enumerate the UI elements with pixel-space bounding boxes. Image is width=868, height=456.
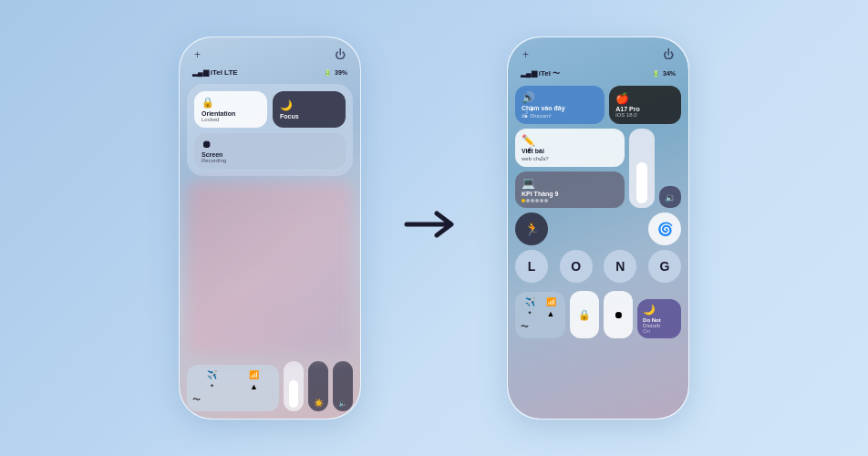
letter-L[interactable]: L [515, 250, 548, 283]
p2-wifi-bottom-icon[interactable]: 〜 [521, 321, 560, 333]
dot-2 [526, 199, 530, 202]
cc-row-1: 🔒 Orientation Locked 🌙 Focus [194, 91, 346, 128]
phone1-cc-panel: 🔒 Orientation Locked 🌙 Focus ⏺ Screen [187, 84, 353, 176]
focus-tile[interactable]: 🌙 Focus [273, 91, 346, 128]
phone-2: + ⏻ ▂▄▆ iTel 〜 🔋 34% [507, 36, 689, 420]
orientation-tile[interactable]: 🔒 Orientation Locked [194, 91, 267, 128]
pen-icon: ✏️ [522, 134, 618, 147]
wifi-row: 〜 [192, 394, 274, 406]
p2-brightness-slider[interactable] [629, 129, 655, 208]
phone2-carrier: ▂▄▆ iTel 〜 [521, 68, 560, 78]
battery-area: 🔋 39% [324, 69, 347, 77]
blurred-photo [187, 181, 353, 356]
shazam-speaker-icon: 🔊 [522, 91, 598, 104]
cc-row-2: ⏺ Screen Recording [194, 133, 346, 169]
volume-icon-tile[interactable]: 🔉 [659, 186, 681, 208]
lock-icon: 🔒 [202, 97, 214, 109]
sun-icon: ☀️ [314, 399, 324, 408]
volume-slider-2[interactable]: 🔈 [333, 361, 353, 411]
brightness-fill [289, 380, 298, 408]
battery-icon: 🔋 [324, 69, 332, 77]
letter-G[interactable]: G [648, 250, 681, 283]
cell-data-icon[interactable]: ▲ [234, 382, 274, 391]
p2-lock-tile[interactable]: 🔒 [570, 291, 599, 338]
p2-cell-icon[interactable]: ▲ [542, 309, 560, 318]
record-icon: ⏺ [202, 139, 212, 150]
kpi-tile[interactable]: 💻 KPI Tháng 9 [515, 171, 625, 208]
volume-slider[interactable]: ☀️ [308, 361, 328, 411]
phone-1: + ⏻ ▂▄▆ iTel LTE 🔋 39% 🔒 [179, 36, 361, 420]
scene: + ⏻ ▂▄▆ iTel LTE 🔋 39% 🔒 [179, 36, 689, 420]
moon-dnd-icon: 🌙 [643, 304, 676, 316]
screen-recording-tile[interactable]: ⏺ Screen Recording [194, 133, 346, 169]
phone1-bottom-controls: ✈️ 📶 * ▲ 〜 ☀️ � [187, 361, 353, 411]
connectivity-grid: ✈️ 📶 * ▲ [192, 370, 274, 391]
dot-5 [540, 199, 543, 202]
phone2-status-bar: ▂▄▆ iTel 〜 🔋 34% [515, 67, 681, 80]
phone2-main-grid: 🔊 Chạm vào đây để Shazam! 🍎 A17 Pro iOS … [515, 86, 681, 338]
write-tile[interactable]: ✏️ Viết bài web chưa? [515, 129, 625, 167]
write-kpi-column: ✏️ Viết bài web chưa? 💻 KPI Tháng 9 [515, 129, 625, 208]
letter-O[interactable]: O [560, 250, 593, 283]
wifi-icon[interactable]: 〜 [192, 394, 201, 406]
apple-tile[interactable]: 🍎 A17 Pro iOS 18.0 [609, 86, 681, 124]
brightness-slider[interactable] [284, 361, 304, 411]
carrier-text: ▂▄▆ iTel LTE [192, 68, 238, 77]
fan-tile[interactable]: 🌀 [648, 212, 681, 245]
phone2-plus-icon[interactable]: + [522, 48, 529, 61]
letter-N[interactable]: N [604, 250, 636, 283]
airplane-icon[interactable]: ✈️ [192, 370, 232, 379]
dot-6 [544, 199, 548, 202]
plus-icon[interactable]: + [194, 48, 201, 61]
p2-row-4: L O N G [515, 250, 681, 283]
p2-row-1: 🔊 Chạm vào đây để Shazam! 🍎 A17 Pro iOS … [515, 86, 681, 124]
phone1-status-bar: ▂▄▆ iTel LTE 🔋 39% [187, 67, 353, 78]
laptop-icon: 💻 [522, 177, 618, 190]
apple-icon: 🍎 [615, 92, 675, 105]
phone1-top-icons: + ⏻ [187, 47, 353, 63]
person-tile[interactable]: 🏃 [515, 212, 548, 245]
signal-icon: ▂▄▆ [192, 68, 209, 77]
dot-3 [531, 199, 534, 202]
speaker-icon: 🔈 [338, 399, 347, 408]
arrow-symbol [402, 206, 466, 250]
shazam-tile[interactable]: 🔊 Chạm vào đây để Shazam! [515, 86, 604, 124]
phone2-wifi-icon: 〜 [553, 68, 560, 78]
dot-1 [522, 199, 525, 202]
bluetooth-icon[interactable]: * [192, 382, 232, 391]
p2-brightness-fill [636, 162, 647, 203]
phone2-signal-icon: ▂▄▆ [521, 69, 537, 78]
p2-bottom-row: ✈️ 📶 * ▲ 〜 🔒 ⏺ 🌙 Do Not [515, 291, 681, 338]
connectivity-tile: ✈️ 📶 * ▲ 〜 [187, 365, 279, 411]
moon-icon: 🌙 [280, 99, 293, 111]
p2-row-2: ✏️ Viết bài web chưa? 💻 KPI Tháng 9 [515, 129, 681, 208]
p2-wifi-signal-icon[interactable]: 📶 [542, 297, 560, 306]
phone2-power-icon[interactable]: ⏻ [663, 48, 674, 61]
power-icon[interactable]: ⏻ [335, 48, 346, 61]
wifi-signal-icon[interactable]: 📶 [234, 370, 274, 379]
phone2-icons: 🔋 [652, 70, 660, 78]
p2-airplane-icon[interactable]: ✈️ [521, 297, 539, 306]
kpi-dots [522, 199, 618, 202]
p2-record-tile[interactable]: ⏺ [604, 291, 633, 338]
phone2-top-icons: + ⏻ [515, 47, 681, 63]
p2-volume-col: 🔉 [659, 129, 681, 208]
phone2-battery-area: 🔋 34% [652, 70, 676, 78]
p2-bluetooth-icon[interactable]: * [521, 309, 539, 318]
p2-row-3: 🏃 🌀 [515, 212, 681, 245]
arrow-container [398, 206, 470, 250]
p2-conn-tile: ✈️ 📶 * ▲ 〜 [515, 292, 565, 338]
p2-dnd-tile[interactable]: 🌙 Do Not Disturb On [637, 299, 681, 338]
dot-4 [535, 199, 539, 202]
